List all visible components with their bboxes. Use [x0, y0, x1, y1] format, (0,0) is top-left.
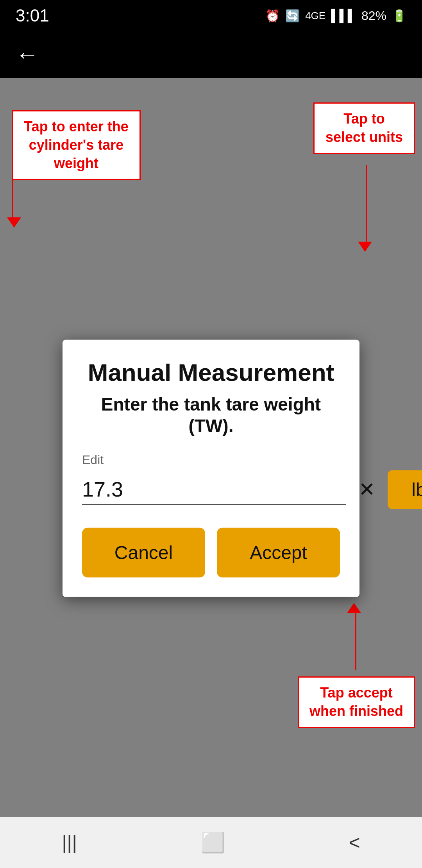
nav-menu-icon[interactable]: ||| — [62, 831, 77, 854]
main-content: Tap to enter the cylinder's tare weight … — [0, 78, 422, 817]
app-bar: ← — [0, 31, 422, 78]
battery-label: 82% — [361, 9, 386, 23]
accept-button[interactable]: Accept — [217, 527, 340, 577]
nav-home-icon[interactable]: ⬜ — [201, 831, 225, 854]
edit-label: Edit — [82, 452, 340, 467]
tooltip-units: Tap to select units — [313, 102, 415, 154]
arrow-tare-tip — [7, 217, 21, 228]
arrow-tare-line — [12, 168, 13, 219]
status-bar: 3:01 ⏰ 🔄 4GE ▌▌▌ 82% 🔋 — [0, 0, 422, 31]
arrow-accept-line — [355, 612, 356, 670]
manual-measurement-dialog: Manual Measurement Enter the tank tare w… — [63, 340, 359, 597]
tooltip-accept: Tap accept when finished — [298, 676, 415, 728]
status-icons: ⏰ 🔄 4GE ▌▌▌ 82% 🔋 — [265, 9, 406, 23]
alarm-icon: ⏰ — [265, 9, 280, 23]
unit-button[interactable]: lb — [388, 470, 422, 509]
nav-back-icon[interactable]: < — [349, 831, 360, 854]
dialog-subtitle: Enter the tank tare weight (TW). — [82, 394, 340, 437]
button-row: Cancel Accept — [82, 527, 340, 577]
sync-icon: 🔄 — [285, 9, 300, 23]
back-button[interactable]: ← — [16, 43, 39, 66]
nav-bar: ||| ⬜ < — [0, 817, 422, 868]
cancel-button[interactable]: Cancel — [82, 527, 205, 577]
weight-input[interactable] — [82, 474, 346, 505]
battery-icon: 🔋 — [392, 9, 406, 23]
arrow-units-tip — [358, 242, 372, 252]
arrow-units-line — [366, 165, 367, 243]
status-time: 3:01 — [16, 6, 49, 25]
dialog-title: Manual Measurement — [82, 359, 340, 386]
tooltip-tare: Tap to enter the cylinder's tare weight — [12, 110, 141, 180]
input-row: ✕ lb — [82, 470, 340, 509]
arrow-accept-tip — [347, 603, 361, 613]
signal-label: 4GE — [305, 10, 325, 22]
clear-button[interactable]: ✕ — [356, 480, 378, 499]
signal-bars-icon: ▌▌▌ — [331, 9, 356, 22]
